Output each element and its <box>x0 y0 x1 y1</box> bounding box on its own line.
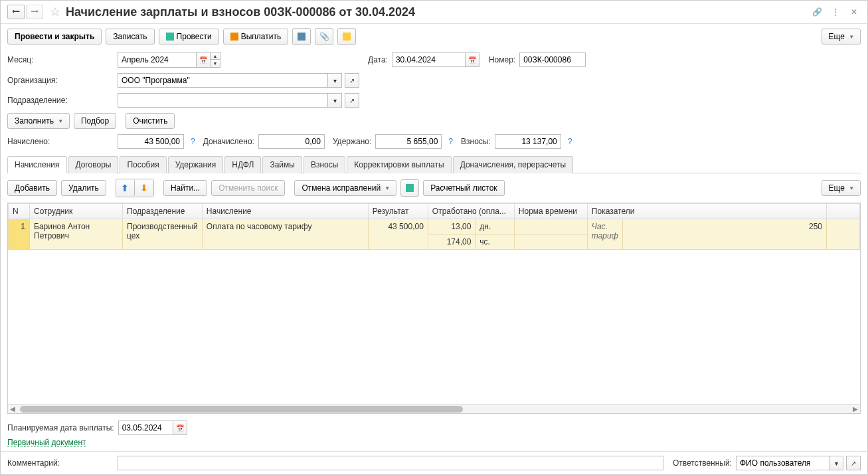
cell-norm-hours <box>514 235 587 250</box>
payslip-button[interactable]: Расчетный листок <box>423 180 504 196</box>
cell-indicator-name: Час. тариф <box>587 219 622 250</box>
cell-norm-days <box>514 219 587 235</box>
comment-label: Комментарий: <box>7 458 114 468</box>
col-norm[interactable]: Норма времени <box>514 204 587 219</box>
org-input[interactable] <box>118 73 327 88</box>
clear-button[interactable]: Очистить <box>126 113 175 129</box>
tab-accruals[interactable]: Начисления <box>7 156 67 173</box>
cell-worked-days-unit: дн. <box>476 219 515 235</box>
find-button[interactable]: Найти... <box>163 180 207 196</box>
payout-button-label: Выплатить <box>241 32 282 41</box>
report-icon-button[interactable] <box>292 28 311 45</box>
horizontal-scrollbar[interactable]: ◀ ▶ <box>8 404 860 413</box>
cell-dept: Производственный цех <box>123 219 203 250</box>
tab-recalculations[interactable]: Доначисления, перерасчеты <box>453 156 573 173</box>
comment-input[interactable] <box>118 456 663 470</box>
held-label: Удержано: <box>333 137 371 146</box>
org-dropdown-button[interactable]: ▾ <box>327 73 342 88</box>
date-input[interactable] <box>392 52 465 67</box>
attach-icon-button[interactable]: 📎 <box>315 28 333 45</box>
tab-deductions[interactable]: Удержания <box>168 156 224 173</box>
contrib-label: Взносы: <box>461 137 491 146</box>
accrued-help[interactable]: ? <box>191 137 195 146</box>
delete-row-button[interactable]: Удалить <box>61 180 106 196</box>
cell-result: 43 500,00 <box>368 219 428 250</box>
tab-loans[interactable]: Займы <box>262 156 302 173</box>
folder-icon-button[interactable] <box>337 28 356 45</box>
close-icon[interactable]: ✕ <box>847 5 861 19</box>
payout-button[interactable]: Выплатить <box>223 29 289 45</box>
tab-contracts[interactable]: Договоры <box>68 156 119 173</box>
org-open-button[interactable]: ↗ <box>345 73 359 88</box>
arrow-down-icon: ⬇ <box>140 183 148 193</box>
col-employee[interactable]: Сотрудник <box>30 204 123 219</box>
scrollbar-thumb[interactable] <box>20 406 463 413</box>
nav-back-button[interactable]: 🠔 <box>7 5 25 19</box>
dept-dropdown-button[interactable]: ▾ <box>327 93 342 108</box>
report-icon <box>298 33 305 41</box>
responsible-open-button[interactable]: ↗ <box>846 456 861 470</box>
month-label: Месяц: <box>7 55 114 64</box>
post-button[interactable]: Провести <box>159 29 219 45</box>
tab-benefits[interactable]: Пособия <box>120 156 166 173</box>
number-label: Номер: <box>489 55 515 64</box>
grid-more-button[interactable]: Еще <box>822 180 861 196</box>
col-extra[interactable] <box>827 204 860 219</box>
link-icon[interactable]: 🔗 <box>810 5 824 19</box>
dept-label: Подразделение: <box>7 96 114 105</box>
table-row[interactable]: 1 Баринов Антон Петрович Производственны… <box>9 219 860 235</box>
move-up-button[interactable]: ⬆ <box>116 179 135 197</box>
scroll-right-icon[interactable]: ▶ <box>851 405 860 413</box>
date-calendar-button[interactable]: 📅 <box>465 52 479 67</box>
accrued-input[interactable] <box>118 134 184 149</box>
month-spinner-up[interactable]: ▲ <box>211 52 220 60</box>
responsible-input[interactable] <box>736 456 829 470</box>
month-input[interactable] <box>118 52 196 68</box>
responsible-dropdown-button[interactable]: ▾ <box>829 456 843 470</box>
contrib-help[interactable]: ? <box>568 137 572 146</box>
favorite-star-icon[interactable]: ☆ <box>50 5 60 19</box>
cell-worked-hours-unit: чс. <box>476 235 515 250</box>
org-label: Организация: <box>7 76 114 85</box>
col-result[interactable]: Результат <box>368 204 428 219</box>
number-input[interactable] <box>519 52 586 67</box>
tab-corrections[interactable]: Корректировки выплаты <box>347 156 451 173</box>
tab-contributions[interactable]: Взносы <box>304 156 345 173</box>
scroll-left-icon[interactable]: ◀ <box>8 405 17 413</box>
col-dept[interactable]: Подразделение <box>123 204 203 219</box>
cell-extra <box>827 219 860 250</box>
post-and-close-button[interactable]: Провести и закрыть <box>7 29 102 45</box>
write-button[interactable]: Записать <box>106 29 154 45</box>
pick-button[interactable]: Подбор <box>74 113 116 129</box>
month-spinner-down[interactable]: ▼ <box>211 60 220 67</box>
add-row-button[interactable]: Добавить <box>7 180 57 196</box>
arrow-up-icon: ⬆ <box>121 183 129 193</box>
extra-accrued-input[interactable] <box>258 134 325 149</box>
month-calendar-button[interactable]: 📅 <box>196 52 211 68</box>
primary-document-link[interactable]: Первичный документ <box>1 438 93 447</box>
more-button[interactable]: Еще <box>822 29 861 45</box>
cell-accrual: Оплата по часовому тарифу <box>202 219 368 250</box>
grid-settings-icon <box>406 184 414 192</box>
post-button-label: Провести <box>177 32 212 41</box>
cancel-find-button[interactable]: Отменить поиск <box>211 180 285 196</box>
col-indicators[interactable]: Показатели <box>587 204 826 219</box>
col-n[interactable]: N <box>9 204 30 219</box>
col-accrual[interactable]: Начисление <box>202 204 368 219</box>
accrued-label: Начислено: <box>7 137 114 146</box>
nav-forward-button[interactable]: 🠖 <box>26 5 43 19</box>
cancel-fix-button[interactable]: Отмена исправлений <box>294 180 396 196</box>
grid-settings-button[interactable] <box>400 179 419 197</box>
col-worked[interactable]: Отработано (опла... <box>428 204 514 219</box>
move-down-button[interactable]: ⬇ <box>135 179 153 197</box>
kebab-menu-icon[interactable]: ⋮ <box>829 5 842 19</box>
held-input[interactable] <box>375 134 442 149</box>
held-help[interactable]: ? <box>448 137 453 146</box>
fill-button[interactable]: Заполнить <box>7 113 70 129</box>
tab-ndfl[interactable]: НДФЛ <box>224 156 261 173</box>
plan-date-input[interactable] <box>118 421 173 435</box>
dept-input[interactable] <box>118 93 327 108</box>
dept-open-button[interactable]: ↗ <box>345 93 359 108</box>
plan-date-calendar-button[interactable]: 📅 <box>173 421 187 435</box>
contrib-input[interactable] <box>495 134 561 149</box>
